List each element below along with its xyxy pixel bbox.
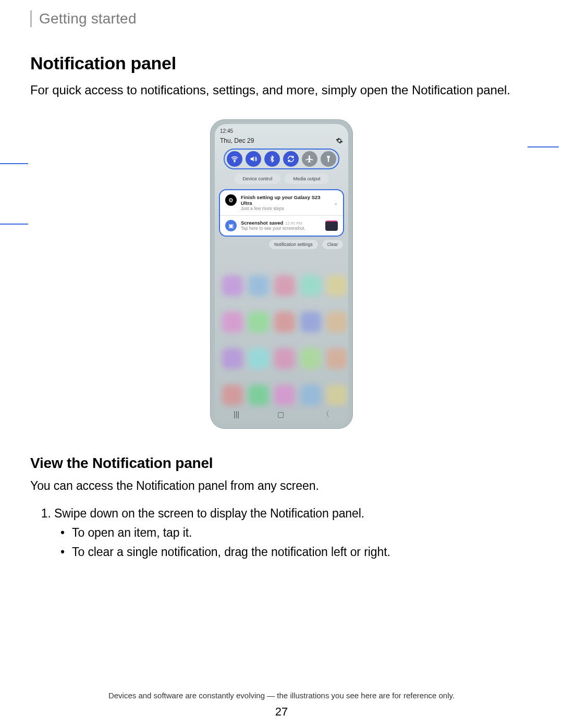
figure: Quick settings Notification cards Device… — [30, 119, 533, 429]
notification-card[interactable]: ⚙ Finish setting up your Galaxy S23 Ultr… — [220, 190, 343, 215]
airplane-icon[interactable] — [302, 151, 317, 167]
sound-icon[interactable] — [246, 151, 261, 167]
rotate-icon[interactable] — [283, 151, 299, 167]
section-intro: You can access the Notification panel fr… — [30, 479, 533, 493]
callout-line — [528, 146, 559, 147]
card-title: Finish setting up your Galaxy S23 Ultra — [241, 194, 329, 206]
intro-paragraph: For quick access to notifications, setti… — [30, 82, 533, 98]
card-title: Screenshot saved12:45 PM — [241, 220, 321, 226]
page-number: 27 — [0, 705, 563, 719]
svg-point-0 — [234, 161, 235, 162]
card-subtitle: Tap here to see your screenshot. — [241, 226, 321, 231]
steps-list: Swipe down on the screen to display the … — [30, 507, 533, 559]
gear-icon[interactable] — [336, 137, 343, 144]
notification-settings-button[interactable]: Notification settings — [269, 240, 318, 249]
phone-screen: 12:45 Thu, Dec 29 Device control — [215, 124, 348, 424]
page-title: Notification panel — [30, 53, 533, 73]
quick-settings-row — [215, 149, 348, 169]
phone-frame: 12:45 Thu, Dec 29 Device control — [210, 119, 353, 429]
list-item: To clear a single notification, drag the… — [72, 545, 533, 559]
breadcrumb: Getting started — [30, 10, 533, 27]
notification-card[interactable]: ▣ Screenshot saved12:45 PM Tap here to s… — [220, 215, 343, 236]
settings-app-icon: ⚙ — [225, 194, 237, 206]
notification-cards: ⚙ Finish setting up your Galaxy S23 Ultr… — [219, 189, 344, 237]
date-text: Thu, Dec 29 — [220, 137, 254, 144]
chevron-down-icon[interactable]: ⌄ — [334, 200, 338, 206]
recents-button[interactable]: ||| — [234, 410, 239, 418]
footer-note: Devices and software are constantly evol… — [0, 691, 563, 700]
device-control-chip[interactable]: Device control — [234, 174, 280, 184]
nav-bar: ||| ▢ 〈 — [215, 404, 348, 424]
screenshot-thumbnail[interactable] — [325, 220, 338, 231]
back-button[interactable]: 〈 — [322, 410, 329, 419]
gallery-app-icon: ▣ — [225, 220, 237, 231]
clear-button[interactable]: Clear — [322, 240, 343, 249]
list-item: To open an item, tap it. — [72, 526, 533, 540]
section-title: View the Notification panel — [30, 455, 533, 472]
home-button[interactable]: ▢ — [277, 410, 284, 418]
media-output-chip[interactable]: Media output — [285, 174, 328, 184]
status-time: 12:45 — [215, 124, 348, 135]
bluetooth-icon[interactable] — [264, 151, 280, 167]
home-screen-apps — [215, 275, 348, 402]
flashlight-icon[interactable] — [321, 151, 336, 167]
callout-line — [0, 224, 28, 225]
wifi-icon[interactable] — [227, 151, 242, 167]
quick-settings-group — [224, 149, 339, 169]
card-subtitle: Just a few more steps — [241, 206, 329, 211]
list-item: Swipe down on the screen to display the … — [54, 507, 533, 559]
callout-line — [0, 163, 28, 164]
